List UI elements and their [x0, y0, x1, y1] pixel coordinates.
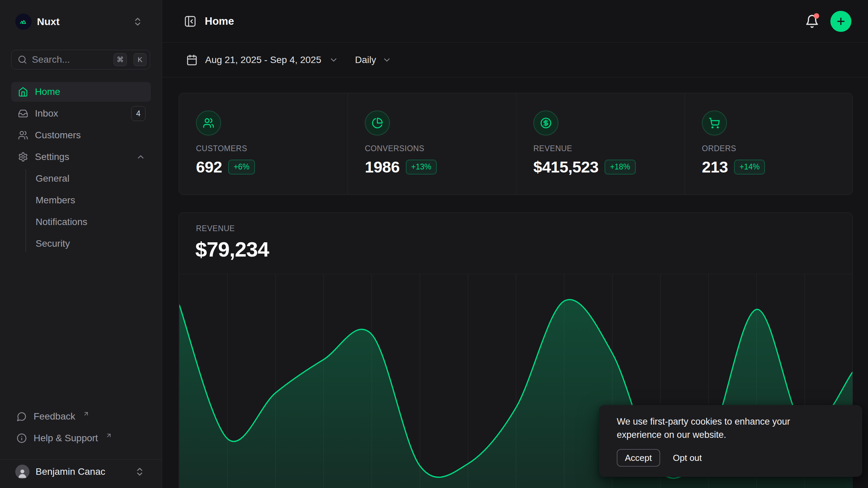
notifications-button[interactable] [805, 14, 819, 28]
search-icon [18, 55, 27, 64]
sidebar-divider [0, 459, 162, 460]
kbd-meta: ⌘ [114, 53, 127, 66]
brand-name: Nuxt [37, 12, 60, 31]
sidebar-item-label: Home [35, 86, 60, 97]
circle-dollar-icon [533, 110, 558, 136]
stat-delta-badge: +6% [228, 160, 255, 175]
sidebar-item-members[interactable]: Members [11, 190, 151, 210]
sidebar: Nuxt Search... ⌘ K Home [0, 0, 162, 488]
users-icon [196, 110, 221, 136]
chevron-up-icon [136, 152, 145, 162]
chevron-down-icon [382, 55, 392, 65]
period-value: Daily [355, 55, 376, 65]
sidebar-item-settings[interactable]: Settings [11, 147, 151, 167]
stat-label: CUSTOMERS [196, 144, 247, 153]
cookie-message: We use first-party cookies to enhance yo… [617, 415, 820, 442]
avatar [15, 465, 29, 479]
sidebar-item-customers[interactable]: Customers [11, 125, 151, 145]
sidebar-item-home[interactable]: Home [11, 82, 151, 102]
nuxt-logo-icon [15, 14, 32, 30]
period-select[interactable]: Daily [355, 43, 392, 77]
sidebar-item-label: Customers [35, 130, 81, 141]
stat-delta-badge: +18% [605, 160, 635, 175]
sidebar-item-general[interactable]: General [11, 169, 151, 188]
app-header: Home [162, 0, 868, 43]
stat-label: REVENUE [533, 144, 572, 153]
sidebar-item-security[interactable]: Security [11, 234, 151, 253]
chart-pie-icon [365, 110, 390, 136]
stat-value: 692 [196, 158, 222, 176]
date-range-picker[interactable]: Aug 21, 2025 - Sep 4, 2025 [186, 43, 338, 77]
calendar-icon [186, 54, 198, 66]
stat-card-orders[interactable]: ORDERS 213 +14% [685, 93, 853, 195]
revenue-panel-value: $79,234 [195, 237, 269, 261]
stat-delta-badge: +14% [734, 160, 765, 175]
sidebar-item-label: Help & Support [34, 433, 98, 444]
users-icon [18, 130, 28, 140]
user-name: Benjamin Canac [36, 466, 105, 477]
stat-value: 213 [702, 158, 728, 176]
home-icon [18, 87, 28, 97]
info-circle-icon [17, 433, 27, 443]
sidebar-item-inbox[interactable]: Inbox 4 [11, 104, 151, 123]
sidebar-item-help-support[interactable]: Help & Support [11, 428, 151, 448]
external-link-icon [83, 410, 90, 417]
notification-dot [814, 13, 819, 19]
shopping-cart-icon [702, 110, 727, 136]
sidebar-item-notifications[interactable]: Notifications [11, 212, 151, 232]
filters-toolbar: Aug 21, 2025 - Sep 4, 2025 Daily [162, 43, 868, 77]
cookie-banner: We use first-party cookies to enhance yo… [599, 405, 862, 477]
sidebar-item-label: Settings [35, 151, 69, 162]
cookie-accept-button[interactable]: Accept [617, 449, 660, 467]
external-link-icon [105, 432, 112, 439]
stat-card-conversions[interactable]: CONVERSIONS 1986 +13% [348, 93, 516, 195]
search-placeholder: Search... [32, 54, 107, 65]
panel-left-close-icon [184, 15, 197, 28]
date-range-value: Aug 21, 2025 - Sep 4, 2025 [205, 55, 321, 65]
inbox-count-badge: 4 [131, 106, 145, 121]
user-menu[interactable]: Benjamin Canac [11, 462, 151, 482]
stat-value: 1986 [365, 158, 400, 176]
kbd-k: K [134, 53, 146, 66]
sidebar-item-label: Inbox [35, 108, 58, 119]
chevrons-up-down-icon [133, 17, 143, 27]
cookie-optout-button[interactable]: Opt out [673, 453, 702, 463]
sidebar-item-label: Feedback [34, 411, 75, 422]
inbox-icon [18, 108, 28, 119]
search-input[interactable]: Search... ⌘ K [11, 50, 150, 69]
chevrons-up-down-icon [135, 467, 145, 477]
page-title: Home [205, 0, 234, 43]
stat-card-customers[interactable]: CUSTOMERS 692 +6% [179, 93, 348, 195]
gear-icon [18, 152, 28, 162]
stat-label: ORDERS [702, 144, 736, 153]
plus-icon [835, 16, 846, 27]
team-switcher[interactable]: Nuxt [11, 12, 151, 31]
stats-panel: CUSTOMERS 692 +6% CONVERSIONS 1986 +13% [179, 93, 853, 195]
add-button[interactable] [830, 11, 851, 32]
revenue-panel-label: REVENUE [196, 224, 235, 233]
sidebar-collapse-button[interactable] [184, 15, 197, 28]
stat-card-revenue[interactable]: REVENUE $415,523 +18% [516, 93, 685, 195]
stat-label: CONVERSIONS [365, 144, 424, 153]
sidebar-item-feedback[interactable]: Feedback [11, 407, 151, 426]
chevron-down-icon [329, 55, 338, 65]
stat-value: $415,523 [533, 158, 598, 176]
message-bubble-icon [17, 411, 27, 422]
stat-delta-badge: +13% [406, 160, 437, 175]
